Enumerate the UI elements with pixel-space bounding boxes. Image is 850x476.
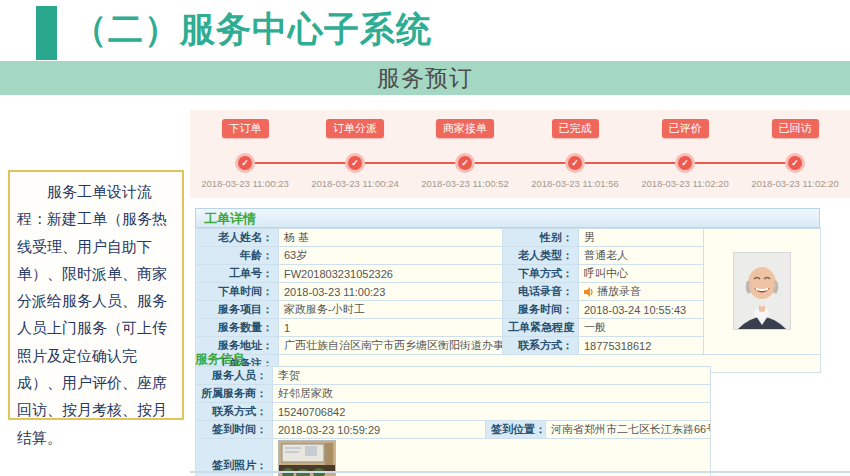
field-label: 签到时间： — [196, 421, 273, 439]
step-button-rated[interactable]: 已评价 — [662, 119, 709, 138]
step-timestamp: 2018-03-23 11:02:20 — [751, 178, 839, 189]
timeline-step-completed: 已完成 ✓ 2018-03-23 11:01:56 — [520, 110, 630, 198]
order-status-timeline: 下订单 ✓ 2018-03-23 11:00:23 订单分派 ✓ 2018-03… — [190, 110, 850, 198]
order-method-value: 呼叫中心 — [579, 265, 704, 283]
check-icon: ✓ — [345, 153, 365, 173]
order-detail-table: 老人姓名： 杨 基 性别： 男 — [195, 228, 821, 373]
contact-phone-value: 18775318612 — [579, 337, 704, 355]
timeline-step-rated: 已评价 ✓ 2018-03-23 11:02:20 — [630, 110, 740, 198]
service-item-value: 家政服务-小时工 — [279, 301, 503, 319]
timeline-step-followup: 已回访 ✓ 2018-03-23 11:02:20 — [740, 110, 850, 198]
banner-label: 服务预订 — [377, 63, 473, 94]
step-button-completed[interactable]: 已完成 — [552, 119, 599, 138]
table-row: 所属服务商： 好邻居家政 — [196, 385, 711, 403]
field-label: 签到位置： — [486, 421, 546, 439]
step-button-place-order[interactable]: 下订单 — [222, 119, 269, 138]
elder-name-value: 杨 基 — [279, 229, 503, 247]
order-number-value: FW201803231052326 — [279, 265, 503, 283]
service-quantity-value: 1 — [279, 319, 503, 337]
worker-contact-value: 15240706842 — [273, 403, 711, 421]
field-label: 服务数量： — [196, 319, 279, 337]
step-timestamp: 2018-03-23 11:00:52 — [421, 178, 509, 189]
step-timestamp: 2018-03-23 11:02:20 — [641, 178, 729, 189]
phone-recording-cell: 播放录音 — [579, 283, 704, 301]
step-button-merchant-accept[interactable]: 商家接单 — [436, 119, 494, 138]
panel-bottom-edge — [190, 471, 850, 473]
age-value: 63岁 — [279, 247, 503, 265]
check-icon: ✓ — [455, 153, 475, 173]
order-time-value: 2018-03-23 11:00:23 — [279, 283, 503, 301]
play-recording-button[interactable]: 播放录音 — [584, 284, 641, 299]
section-banner: 服务预订 — [0, 61, 850, 95]
elder-photo-cell — [704, 229, 821, 355]
step-timestamp: 2018-03-23 11:00:23 — [201, 178, 289, 189]
service-provider-value: 好邻居家政 — [273, 385, 711, 403]
check-icon: ✓ — [565, 153, 585, 173]
table-row: 老人姓名： 杨 基 性别： 男 — [196, 229, 821, 247]
service-info-table: 服务人员： 李贺 所属服务商： 好邻居家政 联系方式： 15240706842 … — [195, 366, 711, 476]
service-address-value: 广西壮族自治区南宁市西乡塘区衡阳街道办事处南铁北中区社区居委会 — [279, 337, 503, 355]
field-label: 工单紧急程度： — [503, 319, 579, 337]
step-timestamp: 2018-03-23 11:01:56 — [531, 178, 619, 189]
urgency-value: 一般 — [579, 319, 704, 337]
step-button-followup[interactable]: 已回访 — [772, 119, 819, 138]
order-tracking-main: 下订单 ✓ 2018-03-23 11:00:23 订单分派 ✓ 2018-03… — [190, 110, 850, 476]
field-label: 下单方式： — [503, 265, 579, 283]
play-recording-label: 播放录音 — [597, 284, 641, 299]
slide: （二）服务中心子系统 服务预订 服务工单设计流程：新建工单（服务热线受理、用户自… — [0, 0, 850, 476]
table-row: 服务人员： 李贺 — [196, 367, 711, 385]
service-time-value: 2018-03-24 10:55:43 — [579, 301, 704, 319]
checkin-location-value: 河南省郑州市二七区长江东路66号院 — [546, 421, 711, 439]
field-label: 服务项目： — [196, 301, 279, 319]
field-label: 工单号： — [196, 265, 279, 283]
check-icon: ✓ — [785, 153, 805, 173]
title-accent-bar — [36, 6, 57, 60]
process-note-text: 服务工单设计流程：新建工单（服务热线受理、用户自助下单）、限时派单、商家分派给服… — [17, 178, 175, 451]
field-label: 老人类型： — [503, 247, 579, 265]
speaker-icon — [584, 287, 594, 297]
process-note-box: 服务工单设计流程：新建工单（服务热线受理、用户自助下单）、限时派单、商家分派给服… — [8, 170, 184, 420]
service-info-panel: 服务人员： 李贺 所属服务商： 好邻居家政 联系方式： 15240706842 … — [195, 366, 711, 476]
timeline-step-dispatch: 订单分派 ✓ 2018-03-23 11:00:24 — [300, 110, 410, 198]
field-label: 年龄： — [196, 247, 279, 265]
check-icon: ✓ — [235, 153, 255, 173]
page-title: （二）服务中心子系统 — [72, 6, 432, 53]
gender-value: 男 — [579, 229, 704, 247]
step-button-dispatch[interactable]: 订单分派 — [326, 119, 384, 138]
step-timestamp: 2018-03-23 11:00:24 — [311, 178, 399, 189]
field-label: 服务时间： — [503, 301, 579, 319]
service-worker-value: 李贺 — [273, 367, 711, 385]
table-row: 联系方式： 15240706842 — [196, 403, 711, 421]
order-detail-panel: 工单详情 老人姓名： 杨 基 性别： 男 — [195, 208, 820, 373]
table-row: 签到时间： 2018-03-23 10:59:29 签到位置： 河南省郑州市二七… — [196, 421, 711, 439]
field-label: 联系方式： — [503, 337, 579, 355]
checkin-time-value: 2018-03-23 10:59:29 — [273, 421, 486, 439]
field-label: 所属服务商： — [196, 385, 273, 403]
field-label: 性别： — [503, 229, 579, 247]
timeline-step-place-order: 下订单 ✓ 2018-03-23 11:00:23 — [190, 110, 300, 198]
field-label: 服务人员： — [196, 367, 273, 385]
timeline-step-merchant-accept: 商家接单 ✓ 2018-03-23 11:00:52 — [410, 110, 520, 198]
field-label: 联系方式： — [196, 403, 273, 421]
elder-type-value: 普通老人 — [579, 247, 704, 265]
field-label: 老人姓名： — [196, 229, 279, 247]
elder-portrait-photo — [733, 252, 791, 330]
check-icon: ✓ — [675, 153, 695, 173]
field-label: 电话录音： — [503, 283, 579, 301]
order-detail-title: 工单详情 — [195, 208, 820, 228]
field-label: 下单时间： — [196, 283, 279, 301]
